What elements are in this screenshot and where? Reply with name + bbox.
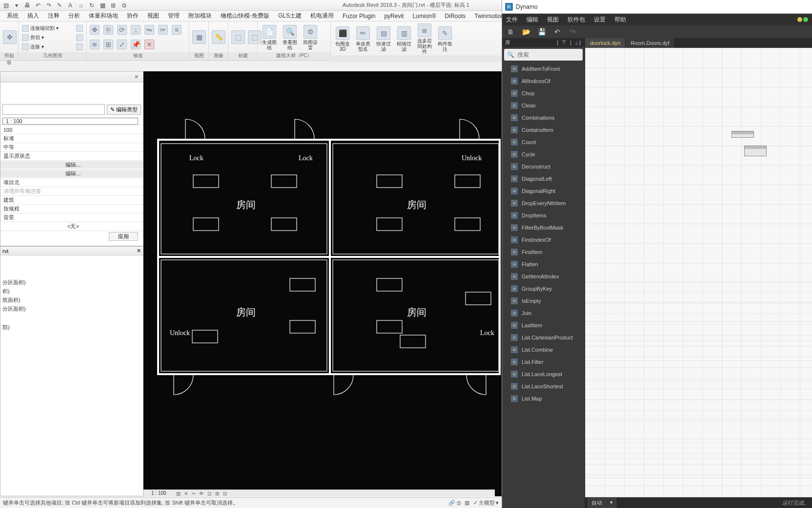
tab-lumion[interactable]: Lumion® xyxy=(411,12,437,21)
vc-icon[interactable]: ✂ xyxy=(190,490,197,497)
library-item[interactable]: ≡FirstIndexOf xyxy=(508,233,585,246)
library-item[interactable]: ≡IsEmpty xyxy=(508,295,585,307)
cut-end-button[interactable]: 连接端切割 ▾ xyxy=(20,24,60,33)
cut-button[interactable]: 剪切 ▾ xyxy=(20,33,60,42)
dynamo-node[interactable] xyxy=(744,146,767,156)
library-item[interactable]: ≡List.CartesianProduct xyxy=(508,331,585,343)
library-search[interactable]: 🔍 xyxy=(504,49,583,61)
library-item[interactable]: ≡FilterByBoolMask xyxy=(508,221,585,233)
qat-text-icon[interactable]: A xyxy=(66,1,74,9)
tab-collab[interactable]: 协作 xyxy=(126,11,140,21)
menu-packages[interactable]: 软件包 xyxy=(568,16,585,24)
quick-filter-button[interactable]: ▤快速过滤 xyxy=(374,25,393,53)
geom-extra-2[interactable] xyxy=(75,33,84,42)
status-filter-icon[interactable]: ▥ xyxy=(465,500,469,506)
status-selection[interactable]: 🔗 :0 xyxy=(448,500,461,506)
library-item[interactable]: ≡DiagonalRight xyxy=(508,185,585,197)
tab-olive[interactable]: 橄榄山快模-免费版 xyxy=(220,11,270,21)
qat-expand-icon[interactable]: ⊞ xyxy=(109,1,117,9)
dynamo-node[interactable] xyxy=(731,131,754,138)
menu-file[interactable]: 文件 xyxy=(506,16,518,24)
vc-icon[interactable]: ⊡ xyxy=(206,490,213,497)
vc-icon[interactable]: 👁 xyxy=(198,490,205,497)
prop-arch[interactable]: 建筑 xyxy=(0,196,143,204)
browser-header[interactable]: rvt ✕ xyxy=(0,247,143,255)
view-sheet-button[interactable]: 🔍查看图纸 xyxy=(280,24,300,51)
undo-icon[interactable]: ↶ xyxy=(553,27,562,36)
prop-edit-2[interactable]: 编辑... xyxy=(0,170,143,177)
bbox3d-button[interactable]: ⬛包围盒3D xyxy=(333,25,352,53)
rotate-button[interactable]: ⟳ xyxy=(116,24,128,37)
library-item[interactable]: ≡ContainsItem xyxy=(508,124,585,136)
vc-icon[interactable]: ▥ xyxy=(175,490,182,497)
library-item[interactable]: ≡Clean xyxy=(508,99,585,111)
geom-extra-3[interactable] xyxy=(75,42,84,51)
tab-mep[interactable]: 机电通用 xyxy=(309,11,335,21)
align-button[interactable]: ≡ xyxy=(171,24,183,37)
menu-view[interactable]: 视图 xyxy=(547,16,559,24)
prop-scale-val[interactable]: 100 xyxy=(0,127,143,133)
redo-icon[interactable]: ↷ xyxy=(568,27,577,36)
batch-annotate-button[interactable]: ✎构件批注 xyxy=(435,25,455,53)
library-item[interactable]: ≡List.Map xyxy=(508,392,585,404)
scale-button[interactable]: ⤢ xyxy=(116,39,128,51)
fine-filter-button[interactable]: ▥精细过滤 xyxy=(394,25,414,53)
library-item[interactable]: ≡DropItems xyxy=(508,209,585,221)
qat-3d-icon[interactable]: ⌂ xyxy=(77,1,85,9)
tab-gls[interactable]: GLS土建 xyxy=(277,11,303,21)
create-button-1[interactable]: ⬚ xyxy=(230,29,246,46)
library-item[interactable]: ≡List.LaceShortest xyxy=(508,380,585,392)
library-item[interactable]: ≡List.Combine xyxy=(508,343,585,356)
prop-show-orig[interactable]: 显示原状态 xyxy=(0,152,143,160)
library-item[interactable]: ≡Combinations xyxy=(508,111,585,124)
move-button[interactable]: ✥ xyxy=(89,24,101,37)
tab-insert[interactable]: 插入 xyxy=(26,11,40,21)
gen-sheet-button[interactable]: 📄生成图纸 xyxy=(260,24,279,51)
prop-bg[interactable]: 背景 xyxy=(0,214,143,221)
library-item[interactable]: ≡Deconstruct xyxy=(508,160,585,172)
qat-redo-icon[interactable]: ↷ xyxy=(45,1,53,9)
tab-system[interactable]: 系统 xyxy=(6,11,20,21)
qat-window-icon[interactable]: ⧉ xyxy=(120,1,128,9)
library-item[interactable]: ≡FirstItem xyxy=(508,246,585,258)
tab-view[interactable]: 视图 xyxy=(146,11,160,21)
library-item[interactable]: ≡GroupByKey xyxy=(508,282,585,295)
multi-level-button[interactable]: ≣选多层同处构件 xyxy=(415,22,434,55)
library-item[interactable]: ≡List.LaceLongest xyxy=(508,368,585,380)
prop-north[interactable]: 项目北 xyxy=(0,179,143,186)
search-input[interactable] xyxy=(517,51,590,58)
library-item[interactable]: ≡GetItemAtIndex xyxy=(508,270,585,282)
tab-twinmotion[interactable]: Twinmotion xyxy=(473,12,505,21)
modify-tool-button[interactable]: ✥ xyxy=(2,29,18,46)
library-item[interactable]: ≡DropEveryNthItem xyxy=(508,197,585,209)
view-panel-button[interactable]: ▦ xyxy=(191,29,207,46)
library-item[interactable]: ≡AddItemToFront xyxy=(508,63,585,75)
pin-button[interactable]: 📌 xyxy=(130,39,142,51)
qat-section-icon[interactable]: ▦ xyxy=(99,1,106,9)
edit-type-button[interactable]: ✎ 编辑类型 xyxy=(107,105,141,115)
qat-measure-icon[interactable]: ✎ xyxy=(56,1,63,9)
close-icon[interactable]: ✕ xyxy=(137,248,141,254)
qat-open-icon[interactable]: ▾ xyxy=(13,1,20,9)
qat-save-icon[interactable]: 🖶 xyxy=(23,1,31,9)
tab-manage[interactable]: 管理 xyxy=(167,11,181,21)
save-file-icon[interactable]: 💾 xyxy=(537,27,546,36)
offset-button[interactable]: ≋ xyxy=(89,39,101,51)
trim-button[interactable]: ⟂ xyxy=(130,24,142,37)
library-list[interactable]: ≡AddItemToFront≡AllIndicesOf≡Chop≡Clean≡… xyxy=(502,63,585,508)
tab-addins[interactable]: 附加模块 xyxy=(187,11,213,21)
browser-tree[interactable]: 分区面积) 积) 筑面积) 分区面积) 部) xyxy=(0,255,143,335)
open-file-icon[interactable]: 📂 xyxy=(522,27,530,36)
workspace-tab-active[interactable]: doorlock.dyn xyxy=(585,38,626,48)
qat-menu-icon[interactable]: ▤ xyxy=(2,1,10,9)
library-item[interactable]: ≡Flatten xyxy=(508,258,585,270)
library-item[interactable]: ≡Chop xyxy=(508,87,585,99)
drawing-canvas[interactable]: 房间 房间 房间 房间 Lock Lock Unlock Unlock Lock… xyxy=(143,71,502,496)
tab-mass[interactable]: 体量和场地 xyxy=(88,11,119,21)
menu-settings[interactable]: 设置 xyxy=(594,16,606,24)
tab-analyze[interactable]: 分析 xyxy=(67,11,81,21)
array-button[interactable]: ⊞ xyxy=(102,39,114,51)
geom-extra-1[interactable] xyxy=(75,24,84,33)
properties-title-bar[interactable]: ✕ xyxy=(0,72,143,83)
tab-fuzor[interactable]: Fuzor Plugin xyxy=(342,12,376,21)
